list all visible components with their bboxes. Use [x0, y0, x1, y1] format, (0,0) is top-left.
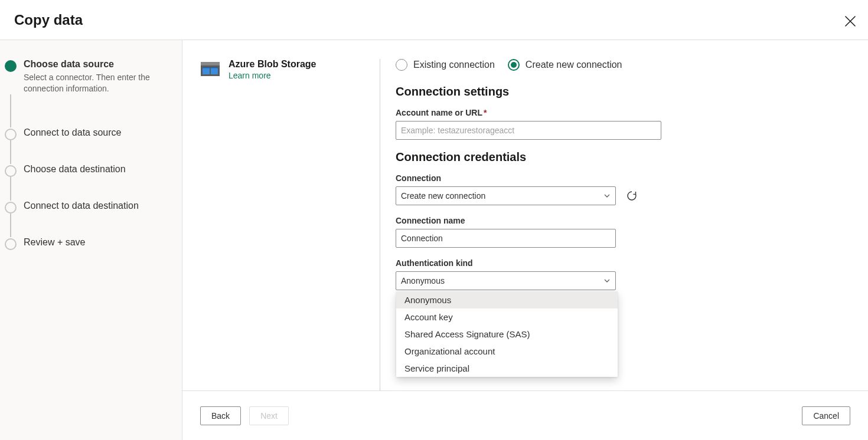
- auth-option-account-key[interactable]: Account key: [396, 308, 618, 326]
- step-connector: [10, 177, 168, 201]
- connection-name-input[interactable]: [396, 229, 616, 248]
- step-connector: [10, 94, 168, 127]
- refresh-connections-button[interactable]: [624, 188, 639, 203]
- step-connect-to-data-source[interactable]: Connect to data source: [5, 127, 168, 140]
- radio-label: Existing connection: [413, 60, 495, 70]
- connector-info: Azure Blob Storage Learn more: [200, 59, 380, 390]
- next-button[interactable]: Next: [249, 406, 289, 425]
- account-name-label: Account name or URL*: [396, 108, 850, 117]
- radio-create-new-connection[interactable]: Create new connection: [508, 59, 622, 71]
- radio-existing-connection[interactable]: Existing connection: [396, 59, 495, 71]
- connector-name: Azure Blob Storage: [229, 59, 316, 70]
- authentication-kind-label: Authentication kind: [396, 258, 850, 268]
- svg-rect-4: [203, 67, 218, 68]
- auth-option-organizational[interactable]: Organizational account: [396, 343, 618, 360]
- chevron-down-icon: [603, 277, 611, 284]
- back-button[interactable]: Back: [200, 406, 241, 425]
- select-value: Anonymous: [401, 276, 445, 285]
- refresh-icon: [626, 190, 638, 202]
- radio-icon: [508, 59, 520, 71]
- step-choose-data-destination[interactable]: Choose data destination: [5, 164, 168, 177]
- learn-more-link[interactable]: Learn more: [229, 71, 271, 80]
- step-choose-data-source[interactable]: Choose data source Select a connector. T…: [5, 59, 168, 94]
- wizard-footer: Back Next Cancel: [182, 390, 868, 440]
- radio-icon: [396, 59, 407, 71]
- svg-rect-1: [201, 62, 220, 65]
- step-marker-icon: [5, 60, 17, 72]
- dialog-title: Copy data: [14, 12, 854, 28]
- step-marker-icon: [5, 129, 17, 140]
- cancel-button[interactable]: Cancel: [802, 406, 850, 425]
- close-icon: [845, 16, 856, 27]
- svg-rect-2: [203, 67, 210, 74]
- wizard-sidebar: Choose data source Select a connector. T…: [0, 40, 182, 440]
- step-title: Connect to data source: [24, 127, 168, 138]
- connection-select[interactable]: Create new connection: [396, 186, 616, 205]
- authentication-kind-dropdown: Anonymous Account key Shared Access Sign…: [396, 291, 618, 377]
- step-connector: [10, 214, 168, 237]
- connection-label: Connection: [396, 173, 850, 183]
- radio-label: Create new connection: [526, 60, 622, 70]
- connection-form: Existing connection Create new connectio…: [380, 59, 850, 390]
- step-marker-icon: [5, 202, 17, 214]
- section-connection-settings: Connection settings: [396, 85, 850, 98]
- step-connector: [10, 140, 168, 164]
- step-description: Select a connector. Then enter the conne…: [24, 72, 168, 94]
- connection-name-label: Connection name: [396, 216, 850, 225]
- auth-option-service-principal[interactable]: Service principal: [396, 360, 618, 377]
- close-button[interactable]: [843, 14, 857, 28]
- step-marker-icon: [5, 238, 17, 250]
- svg-rect-3: [211, 67, 218, 74]
- chevron-down-icon: [603, 192, 611, 199]
- dialog-header: Copy data: [0, 0, 868, 40]
- step-connect-to-data-destination[interactable]: Connect to data destination: [5, 201, 168, 214]
- step-review-save[interactable]: Review + save: [5, 237, 168, 250]
- step-title: Connect to data destination: [24, 201, 168, 211]
- account-name-input[interactable]: [396, 121, 661, 140]
- step-title: Review + save: [24, 237, 168, 248]
- authentication-kind-select[interactable]: Anonymous Anonymous Account key Shared A…: [396, 271, 616, 290]
- auth-option-sas[interactable]: Shared Access Signature (SAS): [396, 326, 618, 343]
- step-title: Choose data destination: [24, 164, 168, 175]
- azure-blob-storage-icon: [200, 59, 220, 79]
- section-connection-credentials: Connection credentials: [396, 150, 850, 164]
- required-asterisk: *: [484, 108, 487, 117]
- select-value: Create new connection: [401, 191, 485, 201]
- auth-option-anonymous[interactable]: Anonymous: [396, 291, 618, 308]
- step-title: Choose data source: [24, 59, 168, 70]
- step-marker-icon: [5, 165, 17, 177]
